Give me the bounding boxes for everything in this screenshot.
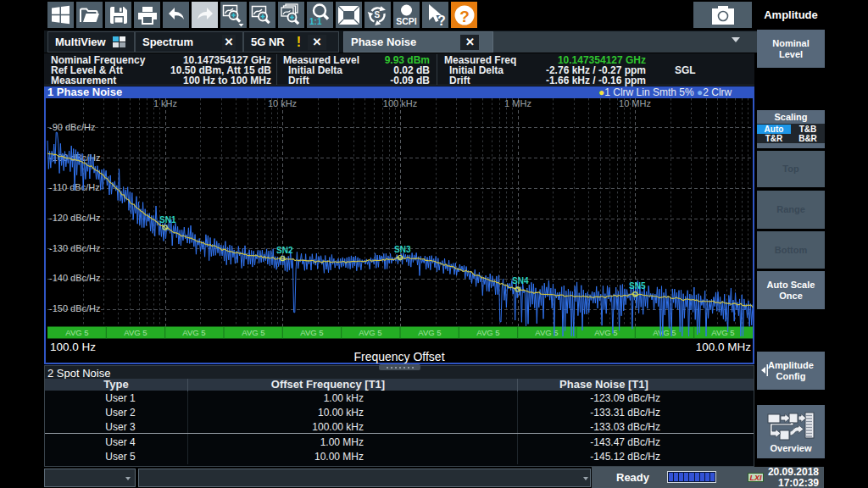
svg-text:AVG 5: AVG 5 <box>124 328 147 337</box>
svg-text:SN3: SN3 <box>394 245 411 254</box>
svg-text:-140 dBc/Hz: -140 dBc/Hz <box>49 273 101 283</box>
svg-text:1 MHz: 1 MHz <box>504 98 531 108</box>
svg-text:S: S <box>375 10 381 19</box>
svg-text:-130 dBc/Hz: -130 dBc/Hz <box>49 243 101 253</box>
svg-text:SN2: SN2 <box>276 246 293 255</box>
svg-text:SCPI: SCPI <box>396 16 417 26</box>
svg-text:10 kHz: 10 kHz <box>268 98 297 108</box>
svg-text:-150 dBc/Hz: -150 dBc/Hz <box>49 303 101 313</box>
svg-text:AVG 5: AVG 5 <box>711 328 734 337</box>
svg-text:AVG 5: AVG 5 <box>535 328 558 337</box>
svg-text:?: ? <box>437 14 446 27</box>
svg-text:AVG 5: AVG 5 <box>476 328 499 337</box>
svg-text:-120 dBc/Hz: -120 dBc/Hz <box>49 213 101 223</box>
svg-text:SN4: SN4 <box>512 276 529 286</box>
svg-text:-90 dBc/Hz: -90 dBc/Hz <box>49 122 95 132</box>
svg-text:1 kHz: 1 kHz <box>153 98 177 108</box>
svg-text:?: ? <box>459 7 470 25</box>
svg-text:AVG 5: AVG 5 <box>300 328 323 337</box>
svg-text:100 kHz: 100 kHz <box>383 98 417 108</box>
svg-text:SN5: SN5 <box>629 281 646 291</box>
svg-text:1:1: 1:1 <box>309 17 322 26</box>
svg-text:AVG 5: AVG 5 <box>418 328 441 337</box>
svg-text:SN1: SN1 <box>159 215 176 225</box>
svg-text:AVG 5: AVG 5 <box>359 328 381 337</box>
svg-text:AVG 5: AVG 5 <box>653 328 676 337</box>
svg-text:AVG 5: AVG 5 <box>182 328 205 337</box>
svg-text:10 MHz: 10 MHz <box>619 98 651 108</box>
svg-text:AVG 5: AVG 5 <box>65 328 88 337</box>
svg-text:AVG 5: AVG 5 <box>594 328 617 337</box>
svg-text:AVG 5: AVG 5 <box>242 328 264 337</box>
